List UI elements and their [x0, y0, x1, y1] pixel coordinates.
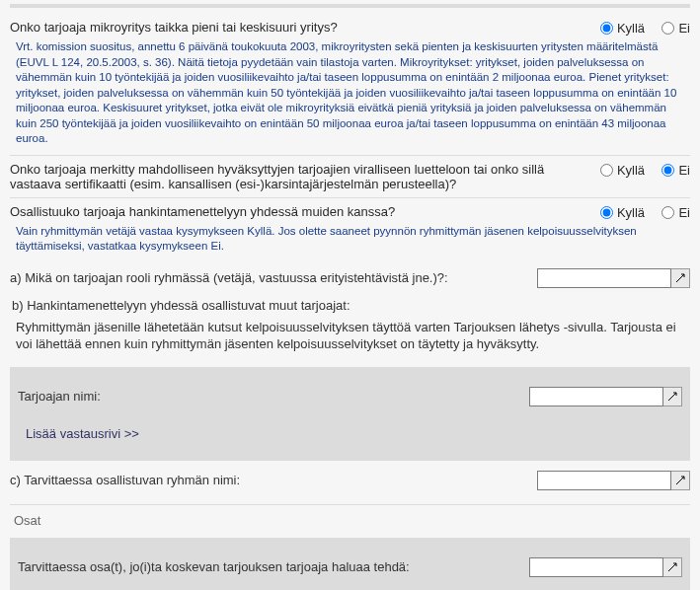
question-officiallist: Onko tarjoaja merkitty mahdolliseen hyvä… [10, 156, 690, 195]
question-sme-note: Vrt. komission suositus, annettu 6 päivä… [16, 39, 690, 147]
field-role-control [537, 268, 690, 288]
question-officiallist-no[interactable]: Ei [654, 163, 690, 178]
panel-parts: Tarvittaessa osa(t), jo(i)ta koskevan ta… [10, 538, 690, 590]
field-bidder-name-input[interactable] [529, 387, 663, 406]
field-other-bidders-label: b) Hankintamenettelyyn yhdessä osallistu… [10, 294, 690, 315]
question-officiallist-text: Onko tarjoaja merkitty mahdolliseen hyvä… [10, 162, 586, 191]
question-group-text: Osallistuuko tarjoaja hankintamenettelyy… [10, 204, 586, 219]
field-bidder-name: Tarjoajan nimi: [18, 381, 682, 412]
expand-icon[interactable] [663, 387, 682, 406]
question-sme-no-radio[interactable] [661, 22, 674, 35]
question-group-yes[interactable]: Kyllä [592, 205, 645, 220]
question-sme-no[interactable]: Ei [654, 21, 690, 36]
field-group-name-label: c) Tarvittaessa osallistuvan ryhmän nimi… [10, 473, 537, 487]
question-sme-options: Kyllä Ei [586, 20, 690, 36]
question-group-yes-radio[interactable] [600, 206, 613, 219]
question-group-no-radio[interactable] [661, 206, 674, 219]
question-officiallist-yes-radio[interactable] [600, 164, 613, 177]
question-sme: Onko tarjoaja mikroyritys taikka pieni t… [10, 14, 690, 39]
field-role-input[interactable] [537, 268, 671, 288]
question-sme-yes[interactable]: Kyllä [592, 21, 645, 36]
field-other-bidders-info: Ryhmittymän jäsenille lähetetään kutsut … [10, 315, 690, 363]
field-parts-label: Tarvittaessa osa(t), jo(i)ta koskevan ta… [18, 559, 529, 574]
field-bidder-name-control [529, 387, 682, 406]
field-parts-control [529, 557, 682, 577]
field-bidder-name-label: Tarjoajan nimi: [18, 389, 529, 404]
field-group-name-control [537, 471, 690, 490]
question-officiallist-yes[interactable]: Kyllä [592, 163, 645, 178]
field-role: a) Mikä on tarjoajan rooli ryhmässä (vet… [10, 262, 690, 294]
section-parts-title: Osat [10, 505, 690, 534]
question-officiallist-options: Kyllä Ei [586, 162, 690, 178]
question-group-options: Kyllä Ei [586, 204, 690, 220]
panel-other-bidder: Tarjoajan nimi: Lisää vastausrivi >> [10, 367, 690, 461]
add-bidder-row[interactable]: Lisää vastausrivi >> [26, 426, 139, 441]
question-officiallist-no-radio[interactable] [661, 164, 674, 177]
field-parts-input[interactable] [529, 557, 663, 577]
field-role-label: a) Mikä on tarjoajan rooli ryhmässä (vet… [10, 270, 537, 285]
question-group-note: Vain ryhmittymän vetäjä vastaa kysymykse… [16, 224, 690, 255]
expand-icon[interactable] [671, 268, 690, 288]
field-parts: Tarvittaessa osa(t), jo(i)ta koskevan ta… [18, 552, 682, 583]
question-sme-yes-radio[interactable] [600, 22, 613, 35]
question-group: Osallistuuko tarjoaja hankintamenettelyy… [10, 198, 690, 224]
question-group-no[interactable]: Ei [654, 205, 690, 220]
question-sme-text: Onko tarjoaja mikroyritys taikka pieni t… [10, 20, 586, 35]
expand-icon[interactable] [671, 471, 690, 490]
field-group-name-input[interactable] [537, 471, 671, 490]
expand-icon[interactable] [663, 557, 682, 577]
field-group-name: c) Tarvittaessa osallistuvan ryhmän nimi… [10, 461, 690, 496]
